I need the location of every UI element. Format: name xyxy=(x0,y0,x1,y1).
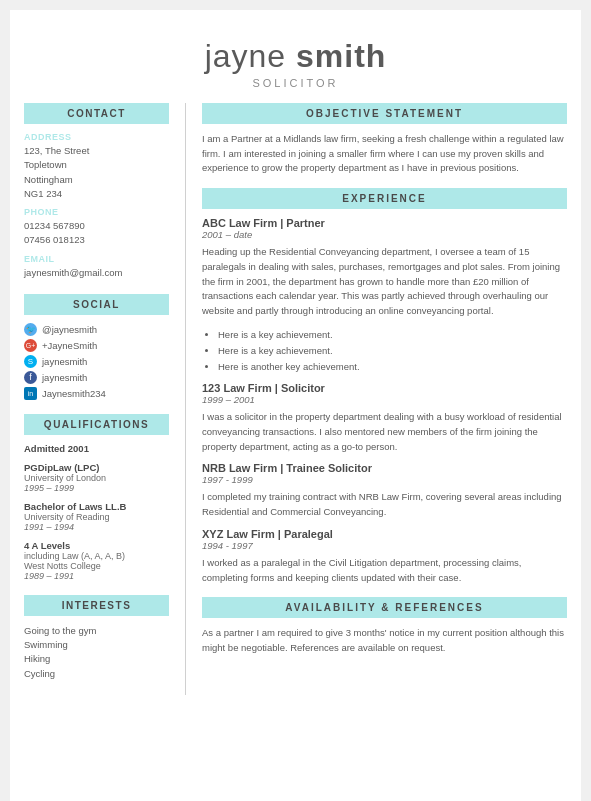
job-2-description: I was a solicitor in the property depart… xyxy=(202,410,567,454)
social-skype: S jaynesmith xyxy=(24,355,169,368)
main-layout: CONTACT Address 123, The StreetTopletown… xyxy=(10,103,581,695)
llb-dates: 1991 – 1994 xyxy=(24,522,169,532)
social-skype-handle: jaynesmith xyxy=(42,356,87,367)
social-facebook-handle: jaynesmith xyxy=(42,372,87,383)
alevels-title: 4 A Levels xyxy=(24,540,169,551)
qualifications-title: QUALIFICATIONS xyxy=(24,414,169,435)
last-name: smith xyxy=(296,38,386,74)
full-name: jayne smith xyxy=(30,38,561,75)
pgdiplaw-school: University of London xyxy=(24,473,169,483)
social-twitter: 🐦 @jaynesmith xyxy=(24,323,169,336)
phone-text: 01234 56789007456 018123 xyxy=(24,219,169,248)
availability-section-title: AVAILABILITY & REFERENCES xyxy=(202,597,567,618)
first-name: jayne xyxy=(205,38,296,74)
alevels-sub: including Law (A, A, A, B) xyxy=(24,551,169,561)
linkedin-icon: in xyxy=(24,387,37,400)
twitter-icon: 🐦 xyxy=(24,323,37,336)
availability-text: As a partner I am required to give 3 mon… xyxy=(202,626,567,655)
email-text: jaynesmith@gmail.com xyxy=(24,266,169,280)
social-section: SOCIAL 🐦 @jaynesmith G+ +JayneSmith S ja… xyxy=(24,294,169,400)
contact-section: CONTACT Address 123, The StreetTopletown… xyxy=(24,103,169,280)
alevels-entry: 4 A Levels including Law (A, A, A, B) We… xyxy=(24,540,169,581)
objective-section-title: OBJECTIVE STATEMENT xyxy=(202,103,567,124)
pgdiplaw-entry: PGDipLaw (LPC) University of London 1995… xyxy=(24,462,169,493)
job-1-dates: 2001 – date xyxy=(202,229,567,240)
alevels-dates: 1989 – 1991 xyxy=(24,571,169,581)
alevels-school: West Notts College xyxy=(24,561,169,571)
contact-section-title: CONTACT xyxy=(24,103,169,124)
social-facebook: f jaynesmith xyxy=(24,371,169,384)
job-title: SOLICITOR xyxy=(30,77,561,89)
interests-title: INTERESTS xyxy=(24,595,169,616)
pgdiplaw-dates: 1995 – 1999 xyxy=(24,483,169,493)
bullet-3: Here is another key achievement. xyxy=(218,359,567,374)
social-linkedin-handle: Jaynesmith234 xyxy=(42,388,106,399)
job-4-title: XYZ Law Firm | Paralegal xyxy=(202,528,567,540)
social-section-title: SOCIAL xyxy=(24,294,169,315)
interests-section: INTERESTS Going to the gymSwimmingHiking… xyxy=(24,595,169,681)
job-3-dates: 1997 - 1999 xyxy=(202,474,567,485)
bullet-2: Here is a key achievement. xyxy=(218,343,567,358)
social-google: G+ +JayneSmith xyxy=(24,339,169,352)
job-3-title: NRB Law Firm | Trainee Solicitor xyxy=(202,462,567,474)
skype-icon: S xyxy=(24,355,37,368)
social-linkedin: in Jaynesmith234 xyxy=(24,387,169,400)
sidebar-divider xyxy=(185,103,186,695)
social-google-handle: +JayneSmith xyxy=(42,340,97,351)
main-content: OBJECTIVE STATEMENT I am a Partner at a … xyxy=(202,103,567,695)
qualifications-section: QUALIFICATIONS Admitted 2001 PGDipLaw (L… xyxy=(24,414,169,581)
social-twitter-handle: @jaynesmith xyxy=(42,324,97,335)
job-1-description: Heading up the Residential Conveyancing … xyxy=(202,245,567,319)
admitted-entry: Admitted 2001 xyxy=(24,443,169,454)
facebook-icon: f xyxy=(24,371,37,384)
job-2-dates: 1999 – 2001 xyxy=(202,394,567,405)
resume-page: jayne smith SOLICITOR CONTACT Address 12… xyxy=(10,10,581,801)
llb-entry: Bachelor of Laws LL.B University of Read… xyxy=(24,501,169,532)
llb-title: Bachelor of Laws LL.B xyxy=(24,501,169,512)
job-4-dates: 1994 - 1997 xyxy=(202,540,567,551)
google-icon: G+ xyxy=(24,339,37,352)
job-1-bullets: Here is a key achievement. Here is a key… xyxy=(218,327,567,375)
pgdiplaw-title: PGDipLaw (LPC) xyxy=(24,462,169,473)
address-text: 123, The StreetTopletownNottinghamNG1 23… xyxy=(24,144,169,201)
bullet-1: Here is a key achievement. xyxy=(218,327,567,342)
sidebar: CONTACT Address 123, The StreetTopletown… xyxy=(24,103,169,695)
job-1-title: ABC Law Firm | Partner xyxy=(202,217,567,229)
llb-school: University of Reading xyxy=(24,512,169,522)
job-3-description: I completed my training contract with NR… xyxy=(202,490,567,519)
objective-text: I am a Partner at a Midlands law firm, s… xyxy=(202,132,567,176)
header: jayne smith SOLICITOR xyxy=(10,10,581,103)
interests-text: Going to the gymSwimmingHikingCycling xyxy=(24,624,169,681)
email-label: Email xyxy=(24,254,169,264)
experience-section-title: EXPERIENCE xyxy=(202,188,567,209)
phone-label: Phone xyxy=(24,207,169,217)
admitted-text: Admitted 2001 xyxy=(24,443,169,454)
job-4-description: I worked as a paralegal in the Civil Lit… xyxy=(202,556,567,585)
address-label: Address xyxy=(24,132,169,142)
job-2-title: 123 Law Firm | Solicitor xyxy=(202,382,567,394)
